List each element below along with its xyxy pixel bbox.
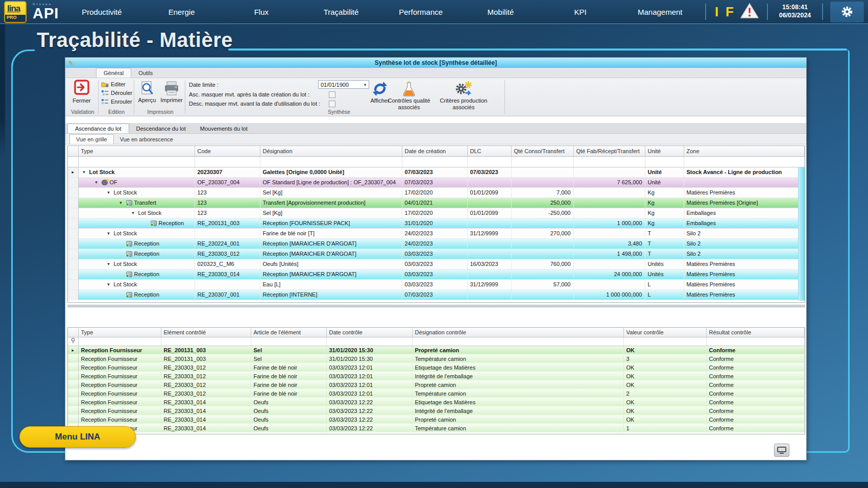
nav-item-mobilite[interactable]: Mobilité xyxy=(461,8,540,16)
control-grid-row[interactable]: Reception FournisseurRE_230303_014Oeufs0… xyxy=(68,424,805,432)
col-date-creation[interactable]: Date de création xyxy=(402,146,467,156)
lot-grid-row[interactable]: ▾Lot StockEau [L]03/03/202331/12/999957,… xyxy=(68,279,805,289)
cell-unite: Unités xyxy=(645,269,684,279)
control-grid-row[interactable]: Reception FournisseurRE_230303_012Farine… xyxy=(68,389,805,398)
cell-zone: Matières Premières xyxy=(684,279,805,289)
control-grid-filter-row[interactable] xyxy=(68,337,805,346)
lot-grid-row[interactable]: ReceptionRE_200131_003Réception [FOURNIS… xyxy=(68,218,805,228)
lot-grid-row[interactable]: ReceptionRE_230303_012Réception [MARAICH… xyxy=(68,249,805,259)
col-zone[interactable]: Zone xyxy=(684,146,805,156)
cell-valeur-controle: 1 xyxy=(623,424,706,432)
col-unite[interactable]: Unité xyxy=(645,146,684,156)
col-qte-conso[interactable]: Qté Conso/Transfert xyxy=(511,146,573,156)
cell-designation: Réception [FOURNISSEUR PACK] xyxy=(260,218,402,228)
imprimer-button[interactable]: Imprimer xyxy=(158,81,185,103)
lot-grid-row[interactable]: ▾OFOF_230307_004OF Standard [Ligne de pr… xyxy=(68,177,805,187)
nav-item-kpi[interactable]: KPI xyxy=(540,8,620,16)
col-designation-controle[interactable]: Désignation contrôle xyxy=(412,328,623,337)
cell-type: Reception xyxy=(78,218,195,228)
expand-arrow[interactable]: ▾ xyxy=(118,200,124,205)
lot-grid-row[interactable]: ▸▾Lot Stock20230307Galettes [Origine 0,0… xyxy=(68,167,805,177)
expand-arrow[interactable]: ▾ xyxy=(106,261,112,266)
control-grid-row[interactable]: Reception FournisseurRE_230303_012Farine… xyxy=(68,372,805,380)
nav-item-management[interactable]: Management xyxy=(620,8,700,16)
lot-grid-row[interactable]: ▾Lot Stock123Sel [Kg]17/02/202001/01/209… xyxy=(68,208,805,218)
cell-type: ▾Lot Stock xyxy=(78,279,195,289)
lot-grid-row[interactable]: ▾Lot Stock123Sel [Kg]17/02/202001/01/209… xyxy=(68,187,805,198)
expand-arrow[interactable]: ▾ xyxy=(106,282,112,287)
control-grid-row[interactable]: Reception FournisseurRE_230303_014Oeufs0… xyxy=(68,406,805,415)
cell-qte-conso: 250,000 xyxy=(511,198,573,208)
control-grid-row[interactable]: Reception FournisseurRE_230303_014Oeufs0… xyxy=(68,415,805,424)
cell-dlc: 16/03/2023 xyxy=(467,259,511,269)
editer-button[interactable]: Editer xyxy=(101,81,126,87)
lot-grid-filter-row[interactable] xyxy=(68,156,805,167)
criteres-production-button[interactable]: Critères production associés xyxy=(431,80,496,110)
desc-checkbox[interactable] xyxy=(329,101,335,107)
vertical-scrollbar[interactable] xyxy=(798,167,805,301)
col-valeur-controle[interactable]: Valeur contrôle xyxy=(623,328,706,337)
lot-grid-row[interactable]: ReceptionRE_230303_014Réception [MARAICH… xyxy=(68,269,805,279)
control-grid-table: Type Elément contrôlé Article de l'éléme… xyxy=(68,328,805,433)
col-type[interactable]: Type xyxy=(78,146,195,156)
expand-arrow[interactable]: ▾ xyxy=(130,210,136,215)
lot-grid-row[interactable]: ReceptionRE_230224_001Réception [MARAICH… xyxy=(68,238,805,249)
nav-item-productivite[interactable]: Productivité xyxy=(62,8,141,16)
apercu-button[interactable]: Aperçu xyxy=(135,81,159,103)
settings-button[interactable] xyxy=(830,2,864,22)
nav-item-energie[interactable]: Energie xyxy=(142,8,222,16)
nav-item-tracabilite[interactable]: Traçabilité xyxy=(301,8,381,16)
expand-arrow[interactable]: ▾ xyxy=(81,169,87,175)
derouler-button[interactable]: Dérouler xyxy=(101,90,132,96)
divider xyxy=(767,4,768,20)
col-resultat-controle[interactable]: Résultat contrôle xyxy=(706,328,805,337)
cell-unite: Unité xyxy=(645,177,684,187)
warning-icon[interactable] xyxy=(740,3,759,21)
col-code[interactable]: Code xyxy=(195,146,260,156)
col-article-element[interactable]: Article de l'élément xyxy=(251,328,326,337)
expand-arrow[interactable]: ▾ xyxy=(93,180,100,185)
window-titlebar[interactable]: ✎ Synthèse lot de stock [Synthèse détail… xyxy=(65,58,806,68)
cell-code: 020323_C_M6 xyxy=(195,259,260,269)
expand-arrow[interactable]: ▾ xyxy=(106,231,112,236)
cell-valeur-controle: OK xyxy=(623,363,706,372)
col-qte-fab[interactable]: Qté Fab/Récept/Transfert xyxy=(573,146,645,156)
cell-resultat-controle: Conforme xyxy=(706,398,805,406)
indicator-i[interactable]: I xyxy=(715,4,718,20)
col-designation[interactable]: Désignation xyxy=(260,146,402,156)
tab-vue-arborescence[interactable]: Vue en arborescence xyxy=(114,135,179,144)
control-grid-row[interactable]: Reception FournisseurRE_230303_014Oeufs0… xyxy=(68,398,805,406)
lot-grid-row[interactable]: ▾Lot StockFarine de blé noir [T]24/02/20… xyxy=(68,228,805,238)
resize-icon[interactable] xyxy=(774,444,789,457)
tab-ascendance[interactable]: Ascendance du lot xyxy=(67,124,129,133)
col-dlc[interactable]: DLC xyxy=(467,146,511,156)
tab-descendance[interactable]: Descendance du lot xyxy=(129,124,193,133)
ribbon-tab-outils[interactable]: Outils xyxy=(131,68,160,78)
lina-pro-logo[interactable]: lina PRO xyxy=(4,1,27,23)
tab-vue-grille[interactable]: Vue en grille xyxy=(69,134,114,144)
control-grid-row[interactable]: Reception FournisseurRE_230303_012Farine… xyxy=(68,363,805,372)
fermer-button[interactable]: Fermer xyxy=(68,80,95,106)
cell-qte-fab xyxy=(573,208,645,218)
nav-item-flux[interactable]: Flux xyxy=(222,8,301,16)
col-element-controle[interactable]: Elément contrôlé xyxy=(161,328,251,337)
expand-arrow[interactable]: ▾ xyxy=(106,190,112,195)
indicator-f[interactable]: F xyxy=(726,4,734,20)
enrouler-button[interactable]: Enrouler xyxy=(101,99,132,105)
control-grid-row[interactable]: ▸Reception FournisseurRE_200131_003Sel31… xyxy=(68,346,805,354)
ribbon-tab-general[interactable]: Général xyxy=(96,68,131,78)
lot-grid-row[interactable]: ReceptionRE_230307_001Réception [INTERNE… xyxy=(68,289,805,300)
date-limite-combo[interactable]: 01/01/1900 ▾ xyxy=(318,80,369,89)
lot-grid-row[interactable]: ▾Lot Stock020323_C_M6Oeufs [Unités]03/03… xyxy=(68,259,805,269)
asc-checkbox[interactable] xyxy=(329,91,335,98)
grid-splitter[interactable] xyxy=(67,305,805,307)
col-date-controle[interactable]: Date contrôle xyxy=(326,328,412,337)
control-grid-row[interactable]: Reception FournisseurRE_230303_012Farine… xyxy=(68,380,805,389)
control-grid-row[interactable]: Reception FournisseurRE_200131_003Sel31/… xyxy=(68,354,805,363)
cell-date-controle: 03/03/2023 12:22 xyxy=(326,415,412,424)
tab-mouvements[interactable]: Mouvements du lot xyxy=(193,124,255,133)
lot-grid-row[interactable]: ▾Transfert123Transfert [Approvisionnemen… xyxy=(68,198,805,208)
col-ctrl-type[interactable]: Type xyxy=(78,328,161,337)
nav-item-performance[interactable]: Performance xyxy=(381,8,461,16)
menu-lina-button[interactable]: Menu LINA xyxy=(19,426,136,448)
